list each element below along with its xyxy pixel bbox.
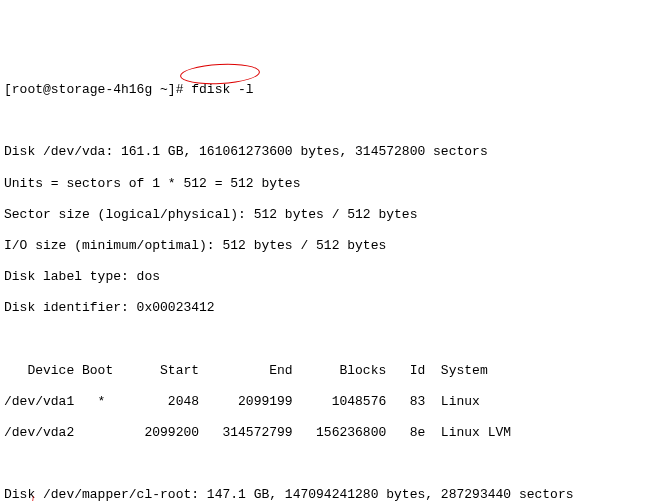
partition-table-header: Device Boot Start End Blocks Id System xyxy=(4,363,641,379)
disk-vda-units: Units = sectors of 1 * 512 = 512 bytes xyxy=(4,176,641,192)
command-line: [root@storage-4h16g ~]# fdisk -l xyxy=(4,82,641,98)
disk-vda-label: Disk label type: dos xyxy=(4,269,641,285)
partition-row-vda1: /dev/vda1 * 2048 2099199 1048576 83 Linu… xyxy=(4,394,641,410)
partition-row-vda2: /dev/vda2 2099200 314572799 156236800 8e… xyxy=(4,425,641,441)
disk-clroot-header: Disk /dev/mapper/cl-root: 147.1 GB, 1470… xyxy=(4,487,641,501)
terminal-output: [root@storage-4h16g ~]# fdisk -l Disk /d… xyxy=(4,66,641,501)
disk-vda-header: Disk /dev/vda: 161.1 GB, 161061273600 by… xyxy=(4,144,641,160)
shell-prompt: [root@storage-4h16g ~]# xyxy=(4,82,191,97)
disk-vda-sector: Sector size (logical/physical): 512 byte… xyxy=(4,207,641,223)
command: fdisk -l xyxy=(191,82,253,97)
disk-vda-identifier: Disk identifier: 0x00023412 xyxy=(4,300,641,316)
disk-vda-io: I/O size (minimum/optimal): 512 bytes / … xyxy=(4,238,641,254)
